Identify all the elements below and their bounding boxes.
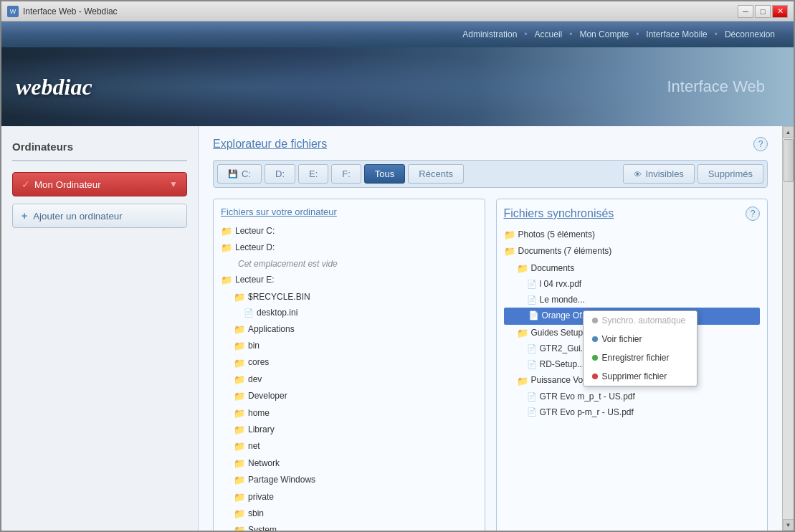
file-label: Lecteur E: — [235, 272, 275, 288]
tab-c-label: C: — [242, 168, 251, 179]
minimize-button[interactable]: ─ — [738, 5, 753, 18]
list-item[interactable]: 📁 Lecteur C: — [221, 223, 477, 239]
file-label: System — [248, 523, 277, 531]
pdf-icon: 📄 — [527, 358, 537, 372]
drive-icon: 💾 — [228, 169, 238, 179]
file-label: Lecteur D: — [235, 240, 275, 256]
sync-panel-header: Fichiers synchronisés ? — [504, 206, 761, 221]
ctx-view-item[interactable]: Voir fichier — [584, 330, 697, 348]
tab-c[interactable]: 💾 C: — [217, 164, 262, 184]
tab-recents-label: Récents — [419, 168, 453, 179]
window-frame: W Interface Web - Webdiac ─ □ ✕ Administ… — [0, 0, 795, 532]
list-item[interactable]: 📄 Le monde... — [504, 293, 761, 308]
list-item[interactable]: 📁 private — [221, 489, 477, 505]
pdf-icon: 📄 — [527, 342, 537, 356]
tab-e[interactable]: E: — [298, 164, 328, 184]
list-item[interactable]: 📁 System — [221, 522, 477, 531]
file-label: Applications — [248, 322, 295, 338]
context-menu: Synchro. automatique Voir fichier Enregi… — [583, 310, 698, 386]
content-area: Ordinateurs ✓ Mon Ordinateur ▼ + Ajouter… — [1, 126, 782, 531]
local-files-panel: Fichiers sur votre ordinateur 📁 Lecteur … — [213, 199, 485, 531]
scroll-down-arrow[interactable]: ▼ — [783, 519, 794, 531]
file-label: desktop.ini — [257, 305, 297, 321]
file-label: Lecteur C: — [235, 224, 275, 239]
sync-files-title: Fichiers synchronisés — [504, 207, 614, 220]
list-item[interactable]: 📁 home — [221, 405, 477, 422]
pdf-icon: 📄 — [527, 405, 537, 419]
list-item[interactable]: 📁 Partage Windows — [221, 472, 477, 488]
file-label: GTR Evo p-m_r - US.pdf — [540, 405, 634, 421]
scroll-up-arrow[interactable]: ▲ — [783, 126, 794, 138]
folder-icon: 📁 — [221, 272, 232, 288]
tab-supprimes[interactable]: Supprimés — [698, 164, 763, 184]
list-item[interactable]: 📁 Network — [221, 455, 477, 472]
list-item[interactable]: 📄 GTR Evo m_p_t - US.pdf — [504, 389, 761, 405]
tab-d-label: D: — [275, 168, 285, 179]
file-label: home — [248, 406, 270, 422]
tab-recents[interactable]: Récents — [408, 164, 464, 184]
file-label: private — [248, 490, 274, 505]
list-item[interactable]: 📁 bin — [221, 338, 477, 354]
file-label: l 04 rvx.pdf — [540, 277, 582, 293]
nav-admin[interactable]: Administration — [455, 29, 524, 39]
add-computer-button[interactable]: + Ajouter un ordinateur — [12, 204, 187, 228]
app-icon: W — [7, 6, 19, 17]
tab-supprimes-label: Supprimés — [708, 168, 753, 179]
list-item[interactable]: 📁 Lecteur E: — [221, 272, 477, 288]
explorer-header: Explorateur de fichiers ? — [213, 137, 768, 151]
list-item[interactable]: 📁 Developer — [221, 388, 477, 404]
tab-invisibles[interactable]: 👁 Invisibles — [623, 164, 694, 184]
list-item[interactable]: 📁 net — [221, 438, 477, 455]
ctx-delete-item[interactable]: Supprimer fichier — [584, 367, 697, 386]
nav-home[interactable]: Accueil — [528, 29, 570, 39]
list-item[interactable]: 📄 desktop.ini — [221, 305, 477, 321]
ctx-save-item[interactable]: Enregistrer fichier — [584, 348, 697, 367]
list-item[interactable]: 📁 dev — [221, 371, 477, 388]
list-item[interactable]: 📁 Applications — [221, 321, 477, 338]
list-item[interactable]: 📄 GTR Evo p-m_r - US.pdf — [504, 405, 761, 421]
folder-icon: 📁 — [517, 325, 528, 341]
folder-icon: 📁 — [234, 472, 245, 488]
scroll-thumb[interactable] — [784, 139, 794, 182]
nav-logout[interactable]: Déconnexion — [718, 29, 782, 39]
list-item[interactable]: 📄 l 04 rvx.pdf — [504, 277, 761, 293]
list-item[interactable]: 📁 Photos (5 éléments) — [504, 227, 761, 243]
explorer-help-icon[interactable]: ? — [753, 137, 768, 151]
explorer-title: Explorateur de fichiers — [213, 138, 327, 151]
tab-f[interactable]: F: — [331, 164, 361, 184]
tab-tous[interactable]: Tous — [364, 164, 405, 184]
folder-icon: 📁 — [234, 371, 245, 388]
sync-help-icon[interactable]: ? — [746, 206, 760, 221]
scrollbar[interactable]: ▲ ▼ — [782, 126, 794, 531]
file-label: Documents — [531, 261, 575, 277]
list-item[interactable]: 📁 sbin — [221, 505, 477, 522]
my-computer-button[interactable]: ✓ Mon Ordinateur ▼ — [12, 172, 187, 196]
list-item[interactable]: 📁 Library — [221, 422, 477, 438]
tab-d[interactable]: D: — [265, 164, 295, 184]
maximize-button[interactable]: □ — [755, 5, 771, 18]
sidebar: Ordinateurs ✓ Mon Ordinateur ▼ + Ajouter… — [1, 126, 199, 531]
top-nav: Administration • Accueil • Mon Compte • … — [1, 22, 794, 47]
folder-icon: 📁 — [234, 355, 245, 371]
tab-f-label: F: — [342, 168, 351, 179]
list-item[interactable]: 📁 Documents — [504, 260, 761, 277]
file-label: GTR Evo m_p_t - US.pdf — [540, 389, 635, 405]
ctx-synchro-item[interactable]: Synchro. automatique — [584, 311, 697, 330]
pdf-icon: 📄 — [527, 293, 537, 308]
list-item[interactable]: 📁 cores — [221, 355, 477, 371]
eye-icon: 👁 — [634, 170, 642, 179]
list-item[interactable]: 📁 Lecteur D: — [221, 239, 477, 256]
tab-tous-label: Tous — [375, 168, 394, 179]
file-label: sbin — [248, 506, 264, 522]
folder-icon: 📁 — [221, 239, 232, 256]
list-item[interactable]: 📁 $RECYCLE.BIN — [221, 289, 477, 305]
folder-icon: 📁 — [234, 321, 245, 338]
close-button[interactable]: ✕ — [772, 5, 788, 18]
file-columns: Fichiers sur votre ordinateur 📁 Lecteur … — [213, 199, 768, 531]
folder-icon: 📁 — [234, 338, 245, 354]
list-item[interactable]: 📁 Documents (7 éléments) — [504, 243, 761, 260]
nav-mobile[interactable]: Interface Mobile — [639, 29, 714, 39]
folder-icon: 📁 — [504, 227, 515, 243]
list-item: Cet emplacement est vide — [221, 257, 477, 272]
nav-account[interactable]: Mon Compte — [572, 29, 636, 39]
